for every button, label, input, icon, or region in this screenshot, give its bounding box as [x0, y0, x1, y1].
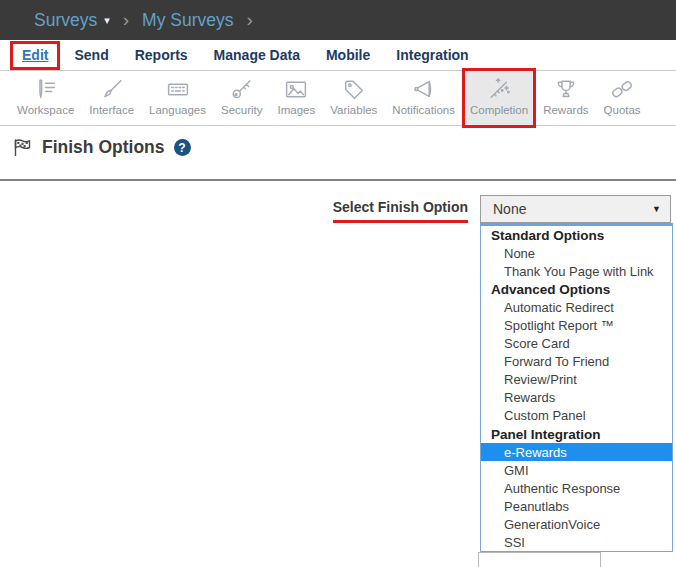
workspace-pencil-icon	[33, 77, 59, 102]
tab-reports[interactable]: Reports	[135, 47, 188, 63]
images-picture-icon	[283, 77, 309, 102]
tool-label: Workspace	[17, 104, 74, 116]
tool-interface[interactable]: Interface	[84, 71, 139, 125]
edit-toolbar: Workspace Interface Languages Security	[0, 71, 676, 126]
security-key-icon	[229, 77, 255, 102]
breadcrumb-separator-icon: ›	[246, 10, 252, 29]
option-group-header: Advanced Options	[481, 280, 672, 298]
quotas-chain-icon	[609, 77, 635, 102]
tool-label: Languages	[149, 104, 206, 116]
option-item[interactable]: SSI	[481, 534, 672, 552]
option-item[interactable]: e-Rewards	[481, 443, 672, 461]
tool-label: Completion	[470, 104, 528, 116]
finish-option-dropdown-list: Standard OptionsNoneThank You Page with …	[480, 223, 673, 552]
chevron-down-icon: ▾	[104, 14, 110, 27]
tool-quotas[interactable]: Quotas	[599, 71, 646, 125]
annotation-box-edit: Edit	[10, 41, 60, 70]
tool-label: Security	[221, 104, 263, 116]
option-item[interactable]: Peanutlabs	[481, 497, 672, 515]
rewards-trophy-icon	[553, 77, 579, 102]
tool-label: Variables	[330, 104, 377, 116]
option-item[interactable]: Custom Panel	[481, 407, 672, 425]
section-divider	[0, 179, 676, 181]
tool-variables[interactable]: Variables	[325, 71, 382, 125]
tab-mobile[interactable]: Mobile	[326, 47, 370, 63]
languages-keyboard-icon	[165, 77, 191, 102]
tab-edit[interactable]: Edit	[22, 47, 48, 63]
tool-label: Notifications	[392, 104, 455, 116]
tab-manage-data[interactable]: Manage Data	[214, 47, 300, 63]
tool-security[interactable]: Security	[216, 71, 268, 125]
breadcrumb-surveys[interactable]: Surveys ▾	[34, 10, 110, 31]
option-item[interactable]: Automatic Redirect	[481, 298, 672, 316]
option-item[interactable]: Authentic Response	[481, 479, 672, 497]
tool-workspace[interactable]: Workspace	[12, 71, 79, 125]
breadcrumb-surveys-label: Surveys	[34, 10, 97, 31]
interface-paintbrush-icon	[99, 77, 125, 102]
option-item[interactable]: None	[481, 244, 672, 262]
notifications-megaphone-icon	[411, 77, 437, 102]
option-item[interactable]: Score Card	[481, 335, 672, 353]
option-item[interactable]: Rewards	[481, 389, 672, 407]
page-heading: Finish Options ?	[12, 137, 191, 158]
tab-integration[interactable]: Integration	[396, 47, 468, 63]
completion-wand-icon	[486, 77, 512, 102]
option-group-header: Standard Options	[481, 226, 672, 244]
tool-completion[interactable]: Completion	[465, 71, 533, 125]
variables-tag-icon	[341, 77, 367, 102]
tool-label: Quotas	[604, 104, 641, 116]
option-item[interactable]: Forward To Friend	[481, 353, 672, 371]
option-group-header: Panel Integration	[481, 425, 672, 443]
tool-label: Images	[278, 104, 316, 116]
select-caret-icon: ▼	[652, 204, 661, 214]
breadcrumb-my-surveys[interactable]: My Surveys	[142, 10, 233, 31]
help-question-icon[interactable]: ?	[174, 139, 191, 156]
tool-label: Rewards	[543, 104, 588, 116]
top-navigation-bar: Surveys ▾ › My Surveys ›	[0, 0, 676, 40]
breadcrumb-separator-icon: ›	[123, 10, 129, 29]
page-title: Finish Options	[42, 137, 165, 158]
partial-input-behind-dropdown[interactable]	[478, 552, 601, 567]
finish-flag-icon	[12, 137, 33, 158]
tool-notifications[interactable]: Notifications	[387, 71, 460, 125]
select-finish-option-label: Select Finish Option	[333, 199, 468, 223]
option-item[interactable]: Review/Print	[481, 371, 672, 389]
tab-bar: Edit Send Reports Manage Data Mobile Int…	[0, 40, 676, 71]
tool-images[interactable]: Images	[273, 71, 321, 125]
option-item[interactable]: GMI	[481, 461, 672, 479]
app-window: Surveys ▾ › My Surveys › Edit Send Repor…	[0, 0, 676, 567]
option-item[interactable]: GenerationVoice	[481, 516, 672, 534]
tab-send[interactable]: Send	[74, 47, 108, 63]
tool-label: Interface	[89, 104, 134, 116]
finish-option-select[interactable]: None ▼	[480, 195, 671, 223]
select-finish-option-label-wrap: Select Finish Option	[290, 198, 468, 223]
tool-languages[interactable]: Languages	[144, 71, 211, 125]
breadcrumb-my-surveys-label: My Surveys	[142, 10, 233, 31]
tool-rewards[interactable]: Rewards	[538, 71, 593, 125]
option-item[interactable]: Spotlight Report ™	[481, 316, 672, 334]
finish-option-select-value: None	[493, 201, 652, 217]
option-item[interactable]: Thank You Page with Link	[481, 262, 672, 280]
